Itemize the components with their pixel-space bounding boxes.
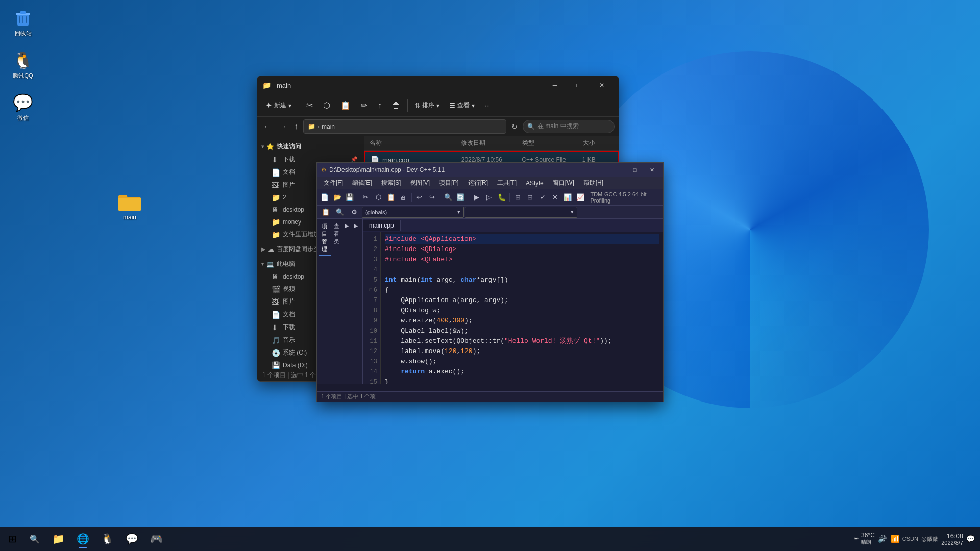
taskbar-icon-qq[interactable]: 🐧	[96, 528, 118, 550]
taskbar-clock[interactable]: 16:08 2022/8/7	[941, 532, 963, 546]
taskbar-icon-wechat[interactable]: 💬	[120, 528, 143, 550]
desktop-icon-recycle-bin[interactable]: 回收站	[5, 5, 41, 40]
desktop-icon-qq[interactable]: 🐧 腾讯QQ	[5, 47, 41, 82]
taskbar-search-button[interactable]: 🔍	[24, 529, 45, 549]
panel-tab-project[interactable]: 项目管理	[319, 221, 331, 256]
menu-tools[interactable]: 工具[T]	[493, 178, 521, 188]
up-button[interactable]: ↑	[292, 120, 300, 133]
menu-project[interactable]: 项目[P]	[435, 178, 463, 188]
code-line-5: int main(int argc, char*argv[])	[385, 275, 659, 285]
panel-tab-arrow[interactable]: ▶	[342, 221, 351, 256]
toolbar-sort-button[interactable]: ⇅ 排序 ▾	[411, 98, 444, 112]
tb-toggle-comment-button[interactable]: ✓	[537, 191, 549, 204]
panel-tab-arrow2[interactable]: ▶	[351, 221, 360, 256]
code-argv: *argv[])	[476, 276, 508, 284]
desktop-icons: 回收站 🐧 腾讯QQ 💬 微信	[5, 5, 41, 124]
explorer-close-button[interactable]: ✕	[590, 77, 614, 93]
explorer-maximize-button[interactable]: □	[567, 77, 590, 93]
col-date-header[interactable]: 修改日期	[461, 139, 522, 147]
start-button[interactable]: ⊞	[0, 527, 24, 551]
sort-dropdown-icon: ▾	[436, 102, 439, 109]
col-name-header[interactable]: 名称	[370, 139, 461, 147]
tb-undo-button[interactable]: ↩	[414, 191, 426, 204]
menu-run[interactable]: 运行[R]	[464, 178, 492, 188]
panel-tab-class[interactable]: 查看类	[331, 221, 342, 256]
tb-debug-button[interactable]: 🐛	[496, 191, 508, 204]
tb-paste-button[interactable]: 📋	[385, 191, 397, 204]
tb-copy-button[interactable]: ⬡	[373, 191, 384, 204]
tb-replace-button[interactable]: 🔄	[455, 191, 467, 204]
devcpp-close-button[interactable]: ✕	[645, 165, 659, 175]
explorer-minimize-button[interactable]: ─	[543, 77, 567, 93]
toolbar-paste-button[interactable]: 📋	[336, 98, 355, 113]
code-lines[interactable]: #include <QApplication> #include <QDialo…	[381, 232, 663, 384]
toolbar-rename-button[interactable]: ✏	[357, 98, 372, 113]
globals-dropdown[interactable]: (globals) ▾	[362, 207, 464, 218]
code-tab-main[interactable]: main.cpp	[363, 220, 401, 231]
drive-d-label: Data (D:)	[283, 362, 308, 369]
tb2-icon1[interactable]: 📋	[319, 206, 332, 218]
menu-astyle[interactable]: AStyle	[522, 179, 548, 188]
menu-help[interactable]: 帮助[H]	[579, 178, 607, 188]
tb-close-button[interactable]: ✕	[550, 191, 561, 204]
taskbar-icon-explorer[interactable]: 📁	[47, 528, 69, 550]
svg-rect-2	[20, 11, 26, 14]
toolbar-delete-button[interactable]: 🗑	[388, 98, 404, 113]
taskbar-icon-game[interactable]: 🎮	[145, 528, 167, 550]
forward-button[interactable]: →	[277, 120, 289, 133]
tb-cut-button[interactable]: ✂	[360, 191, 372, 204]
tb-new-button[interactable]: 📄	[319, 191, 331, 204]
col-size-header[interactable]: 大小	[583, 139, 614, 147]
code-300: 300	[453, 317, 464, 324]
menu-window[interactable]: 窗口[W]	[549, 178, 578, 188]
network-icon[interactable]: 📶	[891, 535, 899, 543]
toolbar-new-button[interactable]: ✦ 新建 ▾	[261, 98, 296, 113]
devcpp-toolbar2: 📋 🔍 ⚙ (globals) ▾ ▾	[317, 206, 663, 219]
notification-icon[interactable]: 💬	[966, 535, 975, 543]
devcpp-status-text: 1 个项目 | 选中 1 个项	[321, 393, 376, 400]
tb-save-button[interactable]: 💾	[344, 191, 356, 204]
menu-search[interactable]: 搜索[S]	[377, 178, 405, 188]
menu-view[interactable]: 视图[V]	[406, 178, 434, 188]
tb-unindent-button[interactable]: ⊟	[525, 191, 536, 204]
desktop-icon-main-folder[interactable]: main	[115, 189, 144, 223]
col-type-header[interactable]: 类型	[522, 139, 583, 147]
tb2-icon3[interactable]: ⚙	[348, 206, 361, 218]
address-path[interactable]: 📁 › main	[303, 119, 506, 134]
tb-find-button[interactable]: 🔍	[443, 191, 454, 204]
menu-edit[interactable]: 编辑[E]	[348, 178, 376, 188]
tb-print-button[interactable]: 🖨	[398, 191, 409, 204]
refresh-button[interactable]: ↻	[509, 120, 520, 133]
tb-indent-button[interactable]: ⊞	[512, 191, 524, 204]
quick-access-header[interactable]: ▾ ⭐ 快速访问	[257, 140, 364, 153]
drive-d-icon: 💾	[272, 361, 280, 369]
toolbar-view-button[interactable]: ☰ 查看 ▾	[446, 98, 479, 112]
tb-chart1-button[interactable]: 📊	[562, 191, 574, 204]
back-button[interactable]: ←	[261, 120, 274, 133]
toolbar-share-button[interactable]: ↑	[374, 98, 386, 113]
tb-redo-button[interactable]: ↪	[426, 191, 438, 204]
devcpp-titlebar-icon: ⚙	[321, 166, 327, 173]
tb-compile-button[interactable]: ▶	[471, 191, 483, 204]
explorer-titlebar-title: main	[277, 82, 540, 89]
tb-chart2-button[interactable]: 📈	[575, 191, 586, 204]
tb-run-button[interactable]: ▷	[483, 191, 495, 204]
toolbar-copy-button[interactable]: ⬡	[319, 98, 334, 113]
toolbar-more-button[interactable]: ···	[481, 99, 494, 112]
csdn-label[interactable]: CSDN	[902, 536, 918, 542]
taskbar-icon-edge[interactable]: 🌐	[71, 528, 94, 550]
taskbar-weather[interactable]: ☀ 36°C 晴朗	[853, 532, 875, 546]
code-argc: argc,	[433, 276, 461, 284]
function-dropdown[interactable]: ▾	[465, 207, 577, 218]
desktop-icon-wechat[interactable]: 💬 微信	[5, 90, 41, 124]
devcpp-minimize-button[interactable]: ─	[611, 165, 625, 175]
tb2-icon2[interactable]: 🔍	[333, 206, 347, 218]
devcpp-maximize-button[interactable]: □	[628, 165, 642, 175]
search-box[interactable]: 🔍 在 main 中搜索	[523, 120, 615, 133]
volume-icon[interactable]: 🔊	[878, 535, 887, 543]
toolbar-cut-button[interactable]: ✂	[302, 98, 317, 113]
code-tabs: main.cpp	[363, 219, 663, 232]
tb-open-button[interactable]: 📂	[332, 191, 344, 204]
menu-file[interactable]: 文件[F]	[320, 178, 347, 188]
path-folder-icon: 📁	[308, 123, 315, 130]
